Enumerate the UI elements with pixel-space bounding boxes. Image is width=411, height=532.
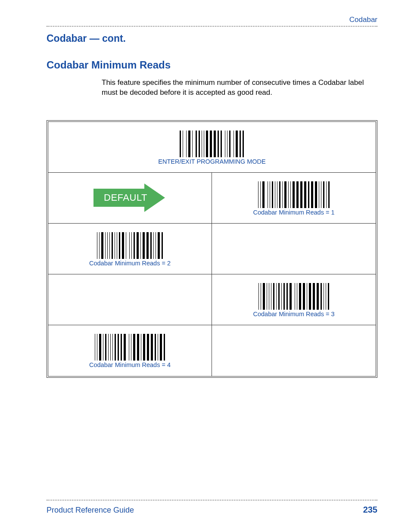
barcode-caption: ENTER/EXIT PROGRAMMING MODE [158,158,265,165]
page-footer: Product Reference Guide 235 [47,500,377,515]
barcode-bars-icon [89,334,171,361]
default-label: DEFAULT [93,185,158,210]
footer-title: Product Reference Guide [47,506,134,515]
barcode-reads-3: Codabar Minimum Reads = 3 [253,283,335,317]
barcode-enter-exit: ENTER/EXIT PROGRAMMING MODE [158,131,265,165]
section-subtitle: Codabar Minimum Reads [47,59,377,71]
default-arrow: DEFAULT [93,185,167,210]
header-divider [47,26,377,27]
barcode-bars-icon [253,181,335,208]
config-table: ENTER/EXIT PROGRAMMING MODE DEFAULT [47,120,377,378]
running-head: Codabar [47,16,377,24]
footer-divider [47,500,377,501]
barcode-bars-icon [158,131,265,157]
barcode-reads-2: Codabar Minimum Reads = 2 [89,232,171,267]
section-title: Codabar — cont. [47,33,377,44]
footer-page-number: 235 [363,505,377,515]
barcode-bars-icon [89,232,171,259]
barcode-reads-1: Codabar Minimum Reads = 1 [253,181,335,216]
barcode-bars-icon [253,283,335,310]
section-body: This feature specifies the minimum numbe… [102,78,377,98]
barcode-reads-4: Codabar Minimum Reads = 4 [89,334,171,368]
barcode-caption: Codabar Minimum Reads = 2 [89,260,171,267]
barcode-caption: Codabar Minimum Reads = 4 [89,361,171,368]
barcode-caption: Codabar Minimum Reads = 3 [253,311,335,317]
barcode-caption: Codabar Minimum Reads = 1 [253,209,335,216]
